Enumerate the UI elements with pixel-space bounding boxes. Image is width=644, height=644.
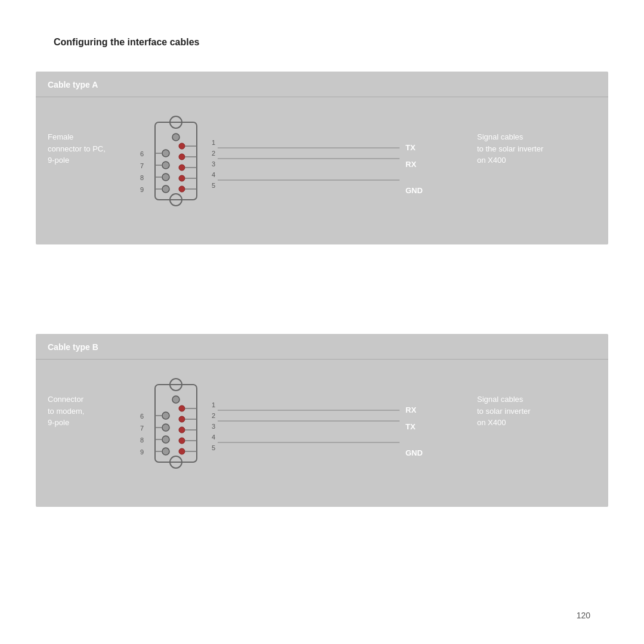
section-a-right-label: Signal cables to the solar inverter on X… (477, 131, 596, 166)
section-b-signal-labels: RX TX GND (405, 404, 423, 458)
section-a: Cable type A Female connector to PC, 9-p… (36, 72, 608, 244)
page-title: Configuring the interface cables (54, 37, 199, 48)
page-number: 120 (577, 611, 590, 620)
section-b-right-label: Signal cables to solar inverter on X400 (477, 394, 596, 429)
section-b: Cable type B Connector to modem, 9-pole (36, 334, 608, 507)
section-a-signal-labels: TX RX GND (405, 142, 423, 196)
